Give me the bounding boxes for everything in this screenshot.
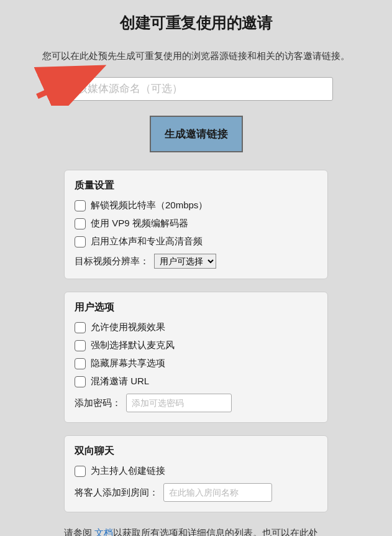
obfuscate-checkbox[interactable]	[75, 376, 86, 387]
page-title: 创建可重复使用的邀请	[120, 12, 272, 33]
host-link-label: 为主持人创建链接	[91, 465, 165, 477]
allow-effects-row: 允许使用视频效果	[75, 321, 317, 333]
vp9-row: 使用 VP9 视频编解码器	[75, 218, 317, 229]
room-label: 将客人添加到房间：	[75, 487, 158, 499]
vp9-checkbox[interactable]	[75, 218, 86, 229]
unlock-bitrate-label: 解锁视频比特率（20mbps）	[91, 200, 207, 211]
hide-screen-row: 隐藏屏幕共享选项	[75, 358, 317, 369]
hide-screen-checkbox[interactable]	[75, 358, 86, 369]
user-options-title: 用户选项	[75, 301, 317, 314]
password-input[interactable]	[126, 394, 232, 412]
user-options-card: 用户选项 允许使用视频效果 强制选择默认麦克风 隐藏屏幕共享选项 混淆邀请 UR…	[64, 292, 328, 423]
generate-invite-button[interactable]: 生成邀请链接	[150, 116, 243, 152]
hide-screen-label: 隐藏屏幕共享选项	[91, 358, 165, 369]
room-input[interactable]	[163, 483, 272, 502]
footer-text-1: 请参阅 文档以获取所有选项和详细信息的列表。也可以在此处	[64, 525, 328, 536]
force-mic-label: 强制选择默认麦克风	[91, 340, 175, 351]
unlock-bitrate-row: 解锁视频比特率（20mbps）	[75, 200, 317, 211]
allow-effects-label: 允许使用视频效果	[91, 321, 165, 333]
docs-link[interactable]: 文档	[94, 527, 113, 536]
stereo-row: 启用立体声和专业高清音频	[75, 236, 317, 247]
obfuscate-row: 混淆邀请 URL	[75, 376, 317, 387]
stereo-checkbox[interactable]	[75, 236, 86, 247]
password-label: 添加密码：	[75, 397, 121, 409]
host-link-row: 为主持人创建链接	[75, 465, 317, 477]
host-link-checkbox[interactable]	[75, 466, 86, 477]
quality-settings-card: 质量设置 解锁视频比特率（20mbps） 使用 VP9 视频编解码器 启用立体声…	[64, 170, 328, 279]
resolution-label: 目标视频分辨率：	[75, 256, 149, 267]
stereo-label: 启用立体声和专业高清音频	[91, 236, 203, 247]
quality-title: 质量设置	[75, 179, 317, 192]
chat-card: 双向聊天 为主持人创建链接 将客人添加到房间：	[64, 435, 328, 512]
force-mic-checkbox[interactable]	[75, 340, 86, 351]
page-subtitle: 您可以在此处预先生成可重复使用的浏览器源链接和相关的访客邀请链接。	[42, 50, 350, 62]
resolution-select[interactable]: 用户可选择	[154, 254, 216, 269]
resolution-row: 目标视频分辨率： 用户可选择	[75, 254, 317, 269]
unlock-bitrate-checkbox[interactable]	[75, 200, 86, 211]
force-mic-row: 强制选择默认麦克风	[75, 340, 317, 351]
allow-effects-checkbox[interactable]	[75, 322, 86, 333]
password-row: 添加密码：	[75, 394, 317, 412]
chat-title: 双向聊天	[75, 445, 317, 458]
vp9-label: 使用 VP9 视频编解码器	[91, 218, 188, 229]
room-row: 将客人添加到房间：	[75, 483, 317, 502]
source-name-input[interactable]	[60, 77, 333, 101]
obfuscate-label: 混淆邀请 URL	[91, 376, 149, 387]
